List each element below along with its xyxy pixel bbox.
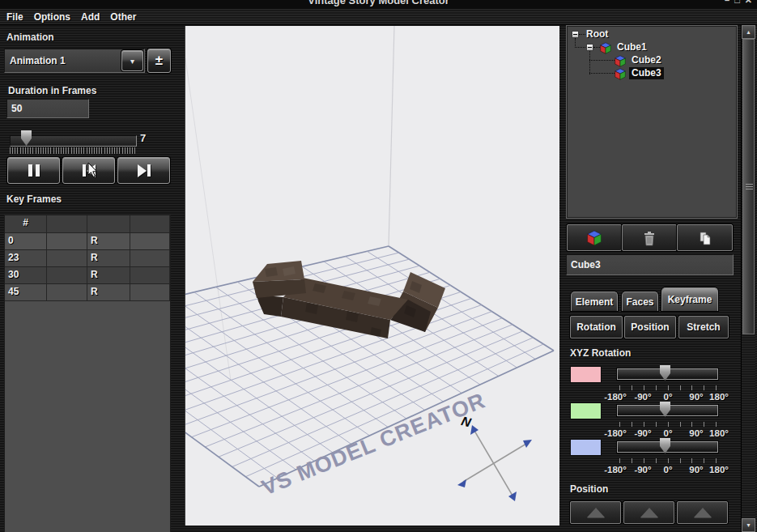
rotation-y-ticks bbox=[619, 422, 717, 427]
keyframe-cell: 30 bbox=[5, 267, 47, 283]
tab-faces[interactable]: Faces bbox=[622, 292, 658, 311]
menu-file[interactable]: File bbox=[0, 11, 28, 23]
rotation-y-tick-label: 180° bbox=[709, 428, 729, 438]
duration-field-box bbox=[6, 99, 89, 118]
viewport-watermark: VS MODEL CREATOR bbox=[258, 388, 489, 500]
cube-icon bbox=[585, 230, 603, 246]
scrollbar-up-button[interactable]: ▴ bbox=[742, 25, 755, 39]
viewport-3d[interactable]: VS MODEL CREATORN bbox=[185, 26, 559, 526]
viewport-canvas: VS MODEL CREATORN bbox=[185, 26, 559, 526]
rotation-z-tick-label: -180° bbox=[604, 465, 627, 475]
scrollbar-grip bbox=[746, 184, 753, 191]
animation-select[interactable]: Animation 1 ▾ bbox=[4, 49, 145, 73]
panel-scrollbar[interactable]: ▴ ▾ bbox=[741, 25, 755, 532]
keyframes-header-cell bbox=[130, 215, 170, 232]
element-panel: RootCube1Cube2Cube3 Element Faces Keyfra… bbox=[566, 25, 738, 532]
tree-connector bbox=[589, 73, 615, 74]
duplicate-element-button[interactable] bbox=[677, 224, 733, 251]
tab-keyframe[interactable]: Keyframe bbox=[661, 287, 718, 311]
trash-icon bbox=[642, 230, 657, 246]
keyframe-row-30[interactable]: 30R bbox=[5, 267, 170, 284]
keyframes-header-cell bbox=[87, 215, 130, 232]
keyframe-cell bbox=[130, 233, 170, 249]
keyframe-cell: 0 bbox=[5, 233, 47, 249]
add-remove-animation-button[interactable]: ± bbox=[147, 49, 171, 73]
triangle-up-icon bbox=[587, 508, 605, 517]
pause-button[interactable] bbox=[7, 157, 60, 184]
rotation-z-ticks bbox=[619, 458, 717, 463]
keyframes-section-label: Key Frames bbox=[6, 194, 62, 205]
rotation-y-tick-label: 90° bbox=[689, 428, 703, 438]
mode-rotation-button[interactable]: Rotation bbox=[570, 316, 623, 338]
title-bar: Vintage Story Model Creator – □ ✕ bbox=[0, 0, 757, 9]
keyframe-cell: R bbox=[87, 233, 130, 249]
position-section-label: Position bbox=[570, 483, 608, 495]
rotation-y-swatch[interactable] bbox=[570, 402, 602, 419]
chevron-up-icon: ▴ bbox=[746, 28, 750, 36]
tree-item-cube1[interactable]: Cube1 bbox=[615, 41, 649, 53]
next-frame-button[interactable] bbox=[117, 157, 170, 184]
keyframe-cell bbox=[47, 233, 87, 249]
scrollbar-down-button[interactable]: ▾ bbox=[742, 518, 755, 532]
element-tree: RootCube1Cube2Cube3 bbox=[566, 25, 738, 219]
scrollbar-thumb[interactable] bbox=[742, 39, 755, 334]
keyframe-cell bbox=[47, 250, 87, 266]
delete-element-button[interactable] bbox=[622, 224, 677, 251]
close-icon[interactable]: ✕ bbox=[745, 0, 752, 6]
rotation-x-tick-label: -90° bbox=[634, 392, 651, 402]
rotation-y-tick-label: 0° bbox=[664, 428, 673, 438]
pause-icon bbox=[28, 164, 40, 177]
minimize-icon[interactable]: – bbox=[725, 0, 729, 6]
keyframe-row-23[interactable]: 23R bbox=[5, 250, 170, 267]
menu-other[interactable]: Other bbox=[105, 11, 142, 23]
rotation-y-tick-label: -90° bbox=[634, 428, 651, 438]
tree-item-cube3[interactable]: Cube3 bbox=[629, 67, 664, 79]
rotation-x-swatch[interactable] bbox=[570, 366, 602, 383]
tree-item-cube2[interactable]: Cube2 bbox=[629, 54, 664, 66]
menu-options[interactable]: Options bbox=[28, 11, 75, 23]
tree-expander-cube1[interactable] bbox=[586, 44, 593, 51]
keyframe-row-0[interactable]: 0R bbox=[5, 233, 170, 250]
cube-icon bbox=[614, 68, 627, 83]
plus-minus-icon: ± bbox=[155, 53, 163, 69]
tree-expander-root[interactable] bbox=[572, 31, 579, 38]
position-up-button-3[interactable] bbox=[677, 501, 728, 524]
mode-stretch-button[interactable]: Stretch bbox=[678, 316, 729, 338]
triangle-up-icon bbox=[694, 508, 712, 517]
tree-item-root[interactable]: Root bbox=[584, 28, 610, 40]
duration-label: Duration in Frames bbox=[8, 85, 96, 96]
triangle-up-icon bbox=[640, 508, 658, 517]
keyframe-cell bbox=[47, 284, 87, 300]
mode-position-button[interactable]: Position bbox=[624, 316, 676, 338]
keyframe-cell bbox=[47, 267, 87, 283]
rotation-z-tick-label: 0° bbox=[664, 465, 673, 475]
keyframe-row-45[interactable]: 45R bbox=[5, 284, 170, 301]
menu-add[interactable]: Add bbox=[76, 11, 105, 23]
next-frame-icon bbox=[138, 164, 151, 177]
xyz-rotation-label: XYZ Rotation bbox=[570, 347, 631, 359]
rotation-x-tick-label: 90° bbox=[689, 392, 703, 402]
position-up-button-1[interactable] bbox=[570, 501, 621, 524]
animation-panel: Animation Animation 1 ▾ ± Duration in Fr… bbox=[0, 24, 171, 532]
keyframe-cell: R bbox=[87, 284, 130, 300]
rotation-x-tick-label: -180° bbox=[604, 392, 627, 402]
timeline-current-frame: 7 bbox=[140, 132, 146, 144]
keyframe-cell: R bbox=[87, 267, 130, 283]
previous-frame-button[interactable] bbox=[62, 157, 115, 184]
duration-input[interactable] bbox=[7, 100, 88, 117]
chevron-down-icon: ▾ bbox=[130, 57, 134, 66]
add-cube-button[interactable] bbox=[567, 224, 622, 251]
element-name-input[interactable] bbox=[567, 255, 733, 275]
keyframes-header-cell: # bbox=[5, 215, 47, 232]
keyframe-cell: R bbox=[87, 250, 130, 266]
previous-frame-icon bbox=[83, 164, 96, 177]
maximize-icon[interactable]: □ bbox=[734, 0, 740, 6]
tab-element[interactable]: Element bbox=[571, 292, 618, 311]
keyframes-header-cell bbox=[47, 215, 87, 232]
rotation-z-swatch[interactable] bbox=[570, 439, 602, 456]
window-title: Vintage Story Model Creator bbox=[0, 0, 757, 6]
keyframe-cell: 45 bbox=[5, 284, 47, 300]
animation-select-dropdown-button[interactable]: ▾ bbox=[121, 50, 143, 71]
animation-select-value: Animation 1 bbox=[5, 55, 121, 66]
position-up-button-2[interactable] bbox=[623, 501, 674, 524]
